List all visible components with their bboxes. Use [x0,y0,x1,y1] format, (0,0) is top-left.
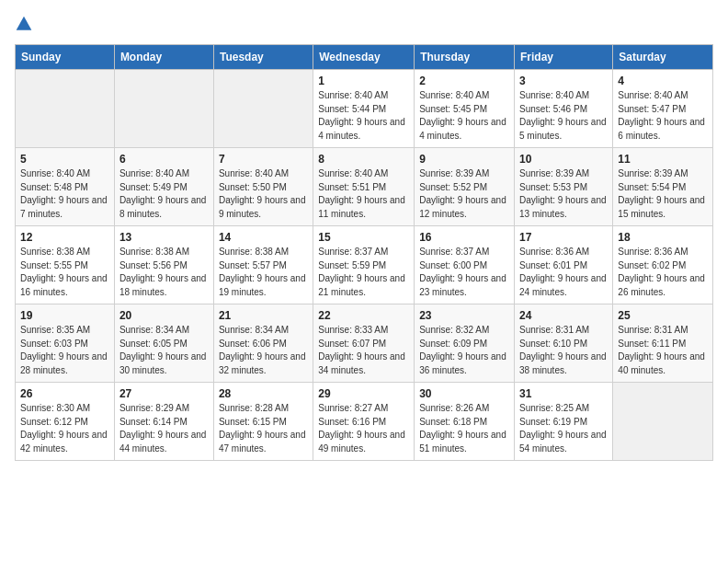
day-number: 29 [318,387,409,400]
day-cell: 17Sunrise: 8:36 AM Sunset: 6:01 PM Dayli… [515,226,613,304]
day-number: 16 [419,231,509,244]
day-number: 20 [119,309,209,322]
day-info: Sunrise: 8:38 AM Sunset: 5:55 PM Dayligh… [20,246,109,299]
day-cell: 13Sunrise: 8:38 AM Sunset: 5:56 PM Dayli… [114,226,213,304]
day-cell [114,70,213,148]
page-header [15,15,713,33]
day-number: 8 [318,153,409,166]
header-day-friday: Friday [515,45,613,70]
day-number: 15 [318,231,409,244]
day-info: Sunrise: 8:25 AM Sunset: 6:19 PM Dayligh… [519,402,608,455]
day-cell: 26Sunrise: 8:30 AM Sunset: 6:12 PM Dayli… [16,383,115,461]
week-row-2: 5Sunrise: 8:40 AM Sunset: 5:48 PM Daylig… [16,148,713,226]
day-number: 18 [618,231,708,244]
day-number: 14 [219,231,308,244]
day-info: Sunrise: 8:38 AM Sunset: 5:56 PM Dayligh… [119,246,209,299]
day-info: Sunrise: 8:40 AM Sunset: 5:46 PM Dayligh… [519,89,608,143]
header-day-wednesday: Wednesday [313,45,415,70]
day-cell: 28Sunrise: 8:28 AM Sunset: 6:15 PM Dayli… [213,383,313,461]
day-info: Sunrise: 8:30 AM Sunset: 6:12 PM Dayligh… [20,402,109,455]
day-cell: 3Sunrise: 8:40 AM Sunset: 5:46 PM Daylig… [515,70,613,148]
day-number: 21 [219,309,308,322]
calendar-body: 1Sunrise: 8:40 AM Sunset: 5:44 PM Daylig… [16,70,713,461]
day-number: 19 [20,309,109,322]
day-cell: 2Sunrise: 8:40 AM Sunset: 5:45 PM Daylig… [415,70,515,148]
day-cell: 24Sunrise: 8:31 AM Sunset: 6:10 PM Dayli… [515,304,613,383]
logo-icon [15,15,33,33]
week-row-4: 19Sunrise: 8:35 AM Sunset: 6:03 PM Dayli… [16,304,713,383]
day-cell: 11Sunrise: 8:39 AM Sunset: 5:54 PM Dayli… [613,148,713,226]
day-info: Sunrise: 8:40 AM Sunset: 5:47 PM Dayligh… [618,89,708,143]
header-day-tuesday: Tuesday [213,45,313,70]
day-cell: 1Sunrise: 8:40 AM Sunset: 5:44 PM Daylig… [313,70,415,148]
day-info: Sunrise: 8:36 AM Sunset: 6:01 PM Dayligh… [519,246,608,299]
week-row-1: 1Sunrise: 8:40 AM Sunset: 5:44 PM Daylig… [16,70,713,148]
day-number: 6 [119,153,209,166]
day-info: Sunrise: 8:40 AM Sunset: 5:44 PM Dayligh… [318,89,409,143]
day-number: 5 [20,153,109,166]
day-cell: 27Sunrise: 8:29 AM Sunset: 6:14 PM Dayli… [114,383,213,461]
day-info: Sunrise: 8:32 AM Sunset: 6:09 PM Dayligh… [419,324,509,377]
logo [15,15,37,33]
day-cell: 20Sunrise: 8:34 AM Sunset: 6:05 PM Dayli… [114,304,213,383]
day-number: 25 [618,309,708,322]
svg-marker-0 [17,17,32,30]
day-cell: 5Sunrise: 8:40 AM Sunset: 5:48 PM Daylig… [16,148,115,226]
day-info: Sunrise: 8:31 AM Sunset: 6:10 PM Dayligh… [519,324,608,377]
day-info: Sunrise: 8:38 AM Sunset: 5:57 PM Dayligh… [219,246,308,299]
day-number: 31 [519,387,608,400]
week-row-3: 12Sunrise: 8:38 AM Sunset: 5:55 PM Dayli… [16,226,713,304]
day-number: 27 [119,387,209,400]
day-info: Sunrise: 8:26 AM Sunset: 6:18 PM Dayligh… [419,402,509,455]
day-number: 17 [519,231,608,244]
day-info: Sunrise: 8:39 AM Sunset: 5:53 PM Dayligh… [519,167,608,221]
day-cell [213,70,313,148]
day-info: Sunrise: 8:29 AM Sunset: 6:14 PM Dayligh… [119,402,209,455]
day-info: Sunrise: 8:39 AM Sunset: 5:52 PM Dayligh… [419,167,509,221]
day-cell [16,70,115,148]
day-cell: 29Sunrise: 8:27 AM Sunset: 6:16 PM Dayli… [313,383,415,461]
day-cell: 14Sunrise: 8:38 AM Sunset: 5:57 PM Dayli… [213,226,313,304]
day-info: Sunrise: 8:39 AM Sunset: 5:54 PM Dayligh… [618,167,708,221]
day-info: Sunrise: 8:40 AM Sunset: 5:49 PM Dayligh… [119,167,209,221]
day-info: Sunrise: 8:31 AM Sunset: 6:11 PM Dayligh… [618,324,708,377]
day-number: 26 [20,387,109,400]
day-cell: 7Sunrise: 8:40 AM Sunset: 5:50 PM Daylig… [213,148,313,226]
day-info: Sunrise: 8:36 AM Sunset: 6:02 PM Dayligh… [618,246,708,299]
day-info: Sunrise: 8:33 AM Sunset: 6:07 PM Dayligh… [318,324,409,377]
header-day-thursday: Thursday [415,45,515,70]
day-cell: 19Sunrise: 8:35 AM Sunset: 6:03 PM Dayli… [16,304,115,383]
day-number: 3 [519,75,608,87]
day-cell: 8Sunrise: 8:40 AM Sunset: 5:51 PM Daylig… [313,148,415,226]
day-cell: 23Sunrise: 8:32 AM Sunset: 6:09 PM Dayli… [415,304,515,383]
calendar-header: SundayMondayTuesdayWednesdayThursdayFrid… [16,45,713,70]
day-number: 13 [119,231,209,244]
day-cell: 12Sunrise: 8:38 AM Sunset: 5:55 PM Dayli… [16,226,115,304]
calendar-table: SundayMondayTuesdayWednesdayThursdayFrid… [15,44,713,461]
header-row: SundayMondayTuesdayWednesdayThursdayFrid… [16,45,713,70]
header-day-saturday: Saturday [613,45,713,70]
day-cell: 15Sunrise: 8:37 AM Sunset: 5:59 PM Dayli… [313,226,415,304]
day-number: 22 [318,309,409,322]
day-info: Sunrise: 8:40 AM Sunset: 5:50 PM Dayligh… [219,167,308,221]
day-info: Sunrise: 8:34 AM Sunset: 6:06 PM Dayligh… [219,324,308,377]
day-number: 7 [219,153,308,166]
day-cell: 9Sunrise: 8:39 AM Sunset: 5:52 PM Daylig… [415,148,515,226]
day-number: 28 [219,387,308,400]
day-number: 2 [419,75,509,87]
day-cell [613,383,713,461]
day-number: 4 [618,75,708,87]
day-number: 9 [419,153,509,166]
header-day-sunday: Sunday [16,45,115,70]
day-info: Sunrise: 8:34 AM Sunset: 6:05 PM Dayligh… [119,324,209,377]
day-info: Sunrise: 8:37 AM Sunset: 5:59 PM Dayligh… [318,246,409,299]
day-number: 12 [20,231,109,244]
day-number: 11 [618,153,708,166]
day-cell: 25Sunrise: 8:31 AM Sunset: 6:11 PM Dayli… [613,304,713,383]
header-day-monday: Monday [114,45,213,70]
day-cell: 4Sunrise: 8:40 AM Sunset: 5:47 PM Daylig… [613,70,713,148]
day-info: Sunrise: 8:40 AM Sunset: 5:45 PM Dayligh… [419,89,509,143]
day-cell: 18Sunrise: 8:36 AM Sunset: 6:02 PM Dayli… [613,226,713,304]
day-number: 23 [419,309,509,322]
day-info: Sunrise: 8:27 AM Sunset: 6:16 PM Dayligh… [318,402,409,455]
